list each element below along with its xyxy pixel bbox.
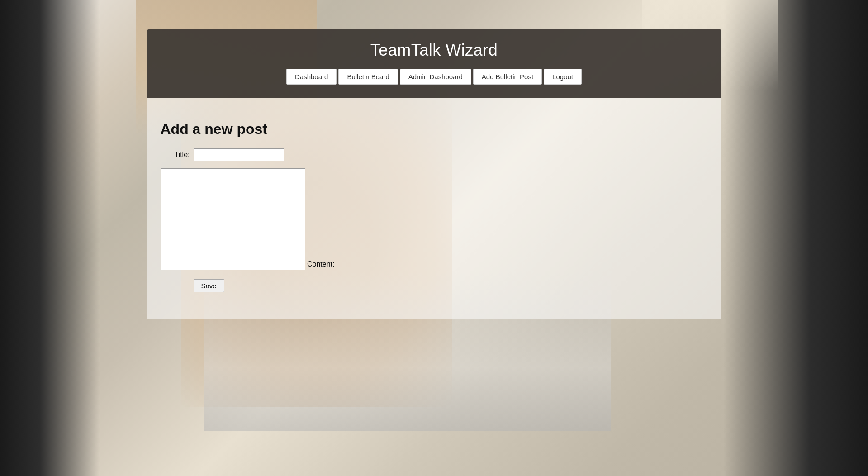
title-input[interactable]	[194, 148, 284, 161]
nav-dashboard[interactable]: Dashboard	[286, 69, 337, 85]
content-label: Content:	[305, 260, 335, 270]
save-button[interactable]: Save	[194, 279, 224, 292]
content-inner: Add a new post Title: Content: Save	[147, 112, 721, 306]
main-content: Add a new post Title: Content: Save	[147, 98, 721, 319]
nav-add-bulletin-post[interactable]: Add Bulletin Post	[473, 69, 542, 85]
title-label: Title:	[161, 151, 190, 159]
app-title: TeamTalk Wizard	[161, 41, 708, 60]
nav-bar: Dashboard Bulletin Board Admin Dashboard…	[161, 69, 708, 85]
nav-admin-dashboard[interactable]: Admin Dashboard	[400, 69, 471, 85]
content-row: Content:	[161, 168, 708, 270]
page-wrapper: TeamTalk Wizard Dashboard Bulletin Board…	[0, 0, 868, 476]
title-row: Title:	[161, 148, 708, 161]
nav-logout[interactable]: Logout	[544, 69, 582, 85]
page-heading: Add a new post	[161, 121, 708, 138]
nav-bulletin-board[interactable]: Bulletin Board	[338, 69, 398, 85]
header: TeamTalk Wizard Dashboard Bulletin Board…	[147, 29, 721, 98]
content-textarea[interactable]	[161, 168, 305, 270]
